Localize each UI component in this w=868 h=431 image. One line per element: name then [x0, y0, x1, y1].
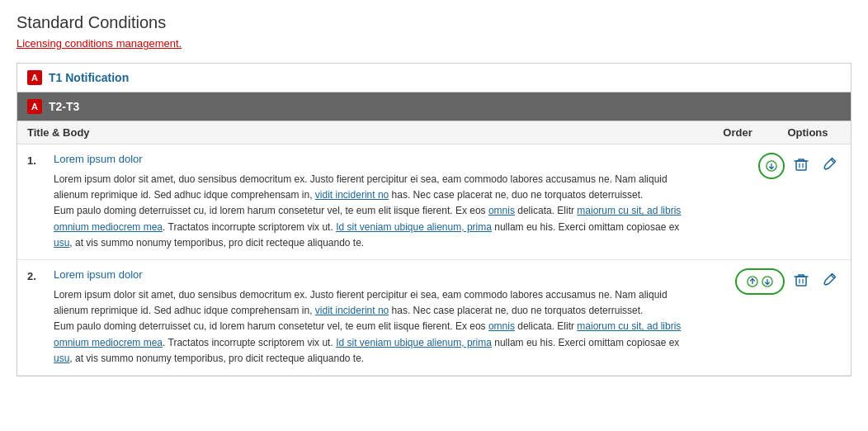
row-actions [701, 153, 841, 179]
body-link: usu [54, 237, 69, 249]
row-body-line-1: Lorem ipsum dolor sit amet, duo sensibus… [54, 287, 694, 319]
t1-icon: A [27, 70, 42, 85]
row-title: Lorem ipsum dolor [54, 153, 694, 165]
t2-icon: A [27, 99, 42, 114]
body-link: omnis [488, 320, 515, 332]
body-link: usu [54, 353, 69, 364]
conditions-table: A T1 Notification A T2-T3 Title & Body O… [17, 63, 851, 377]
delete-button[interactable] [790, 153, 813, 176]
col-options-header: Options [775, 126, 841, 139]
row-number: 2. [27, 268, 47, 282]
svg-rect-1 [796, 161, 806, 170]
row-actions [701, 268, 841, 295]
row-body-line-1: Lorem ipsum dolor sit amet, duo sensibus… [54, 172, 694, 203]
body-link: vidit inciderint no [315, 189, 389, 201]
body-link: Id sit veniam ubique alienum, prima [336, 221, 492, 233]
t1-label: T1 Notification [49, 71, 129, 84]
page-title: Standard Conditions [17, 13, 851, 32]
table-row: 1. Lorem ipsum dolor Lorem ipsum dolor s… [17, 144, 851, 260]
body-link: vidit inciderint no [315, 305, 389, 316]
col-order-header: Order [701, 126, 775, 139]
row-body-line-2: Eum paulo doming deterruisset cu, id lor… [54, 319, 694, 367]
row-title: Lorem ipsum dolor [54, 268, 694, 281]
edit-button[interactable] [818, 268, 841, 291]
body-link: Id sit veniam ubique alienum, prima [336, 337, 492, 348]
svg-rect-4 [796, 277, 806, 286]
body-link: omnis [488, 205, 515, 216]
section-t2-header: A T2-T3 [17, 92, 851, 121]
row-body-line-2: Eum paulo doming deterruisset cu, id lor… [54, 203, 694, 251]
row-content: Lorem ipsum dolor Lorem ipsum dolor sit … [54, 268, 694, 367]
column-headers: Title & Body Order Options [17, 121, 851, 144]
section-t1-header: A T1 Notification [17, 64, 851, 92]
col-title-header: Title & Body [27, 126, 701, 139]
edit-button[interactable] [818, 153, 841, 176]
row-body: Lorem ipsum dolor sit amet, duo sensibus… [54, 172, 694, 251]
order-up-down-button[interactable] [735, 268, 785, 295]
row-content: Lorem ipsum dolor Lorem ipsum dolor sit … [54, 153, 694, 251]
delete-button[interactable] [790, 268, 813, 291]
table-row: 2. Lorem ipsum dolor Lorem ipsum dolor s… [17, 260, 851, 376]
t2-label: T2-T3 [49, 100, 79, 113]
row-body: Lorem ipsum dolor sit amet, duo sensibus… [54, 287, 694, 367]
order-down-button[interactable] [758, 153, 785, 179]
subtitle-link[interactable]: Licensing conditions management. [17, 37, 851, 50]
row-number: 1. [27, 153, 47, 167]
